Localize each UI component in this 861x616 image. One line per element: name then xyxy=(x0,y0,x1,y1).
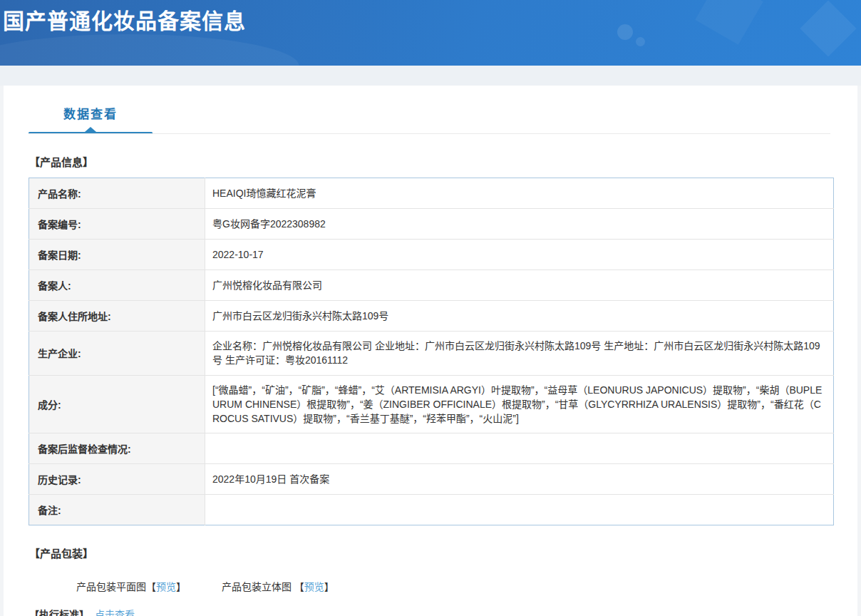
field-label-ingredients: 成分: xyxy=(29,375,205,433)
packaging-flat-label: 产品包装平面图 xyxy=(76,581,146,592)
field-value-registrant-address: 广州市白云区龙归街永兴村陈太路109号 xyxy=(205,301,834,332)
field-value-registrant: 广州悦榕化妆品有限公司 xyxy=(205,270,834,301)
page-title: 国产普通化妆品备案信息 xyxy=(0,0,861,35)
field-value-ingredients: [“微晶蜡”，“矿油”，“矿脂”，“蜂蜡”，“艾（ARTEMISIA ARGYI… xyxy=(205,375,834,433)
table-row-remarks: 备注: xyxy=(29,495,834,525)
field-label-record-number: 备案编号: xyxy=(29,209,205,240)
field-label-supervision: 备案后监督检查情况: xyxy=(29,433,205,464)
field-value-product-name: HEAIQI琦憶藏红花泥膏 xyxy=(205,178,834,209)
tab-data-view[interactable]: 数据查看 xyxy=(29,103,153,134)
table-row-ingredients: 成分: [“微晶蜡”，“矿油”，“矿脂”，“蜂蜡”，“艾（ARTEMISIA A… xyxy=(29,375,834,433)
table-row-history: 历史记录: 2022年10月19日 首次备案 xyxy=(29,464,834,495)
field-label-record-date: 备案日期: xyxy=(29,240,205,270)
bracket-close: 】 xyxy=(324,581,334,592)
packaging-solid-preview-link[interactable]: 预览 xyxy=(304,581,324,592)
standard-row: 【执行标准】点击查看 xyxy=(29,607,857,616)
header-decor-wave xyxy=(0,34,299,66)
field-value-record-number: 粤G妆网备字2022308982 xyxy=(205,209,834,240)
bracket-open: 【 xyxy=(146,581,156,592)
bracket-close: 】 xyxy=(176,581,186,592)
packaging-flat-group: 产品包装平面图【预览】 xyxy=(76,579,186,593)
header-band-divider xyxy=(0,66,861,86)
table-row-record-date: 备案日期: 2022-10-17 xyxy=(29,240,834,270)
content-card: 数据查看 【产品信息】 产品名称: HEAIQI琦憶藏红花泥膏 备案编号: 粤G… xyxy=(4,86,857,616)
table-row-supervision: 备案后监督检查情况: xyxy=(29,433,834,464)
field-value-remarks xyxy=(205,495,834,525)
page-header: 国产普通化妆品备案信息 xyxy=(0,0,861,66)
table-row-record-number: 备案编号: 粤G妆网备字2022308982 xyxy=(29,209,834,240)
product-info-table: 产品名称: HEAIQI琦憶藏红花泥膏 备案编号: 粤G妆网备字20223089… xyxy=(29,178,834,525)
standard-click-view-link[interactable]: 点击查看 xyxy=(95,609,135,616)
tab-baseline-divider xyxy=(29,133,830,134)
bracket-open: 【 xyxy=(294,581,304,592)
field-label-manufacturer: 生产企业: xyxy=(29,332,205,376)
field-label-remarks: 备注: xyxy=(29,495,205,525)
field-label-history: 历史记录: xyxy=(29,464,205,495)
packaging-solid-group: 产品包装立体图 【预览】 xyxy=(222,579,334,593)
table-row-product-name: 产品名称: HEAIQI琦憶藏红花泥膏 xyxy=(29,178,834,209)
header-decor-bubble-icon xyxy=(636,37,645,46)
packaging-links-row: 产品包装平面图【预览】 产品包装立体图 【预览】 xyxy=(76,579,857,593)
field-label-registrant-address: 备案人住所地址: xyxy=(29,301,205,332)
tab-data-view-label: 数据查看 xyxy=(63,103,118,122)
field-value-supervision xyxy=(205,433,834,464)
table-row-manufacturer: 生产企业: 企业名称：广州悦榕化妆品有限公司 企业地址：广州市白云区龙归街永兴村… xyxy=(29,332,834,376)
packaging-flat-preview-link[interactable]: 预览 xyxy=(156,581,176,592)
tab-active-caret-icon xyxy=(85,127,96,132)
table-row-registrant: 备案人: 广州悦榕化妆品有限公司 xyxy=(29,270,834,301)
tab-bar: 数据查看 xyxy=(26,86,830,134)
field-value-record-date: 2022-10-17 xyxy=(205,240,834,270)
field-value-manufacturer: 企业名称：广州悦榕化妆品有限公司 企业地址：广州市白云区龙归街永兴村陈太路109… xyxy=(205,332,834,376)
section-title-product-info: 【产品信息】 xyxy=(29,154,857,169)
section-title-standard: 【执行标准】 xyxy=(29,609,89,616)
table-row-registrant-address: 备案人住所地址: 广州市白云区龙归街永兴村陈太路109号 xyxy=(29,301,834,332)
field-label-product-name: 产品名称: xyxy=(29,178,205,209)
section-title-packaging: 【产品包装】 xyxy=(29,545,857,560)
packaging-solid-label: 产品包装立体图 xyxy=(222,581,292,592)
field-label-registrant: 备案人: xyxy=(29,270,205,301)
field-value-history: 2022年10月19日 首次备案 xyxy=(205,464,834,495)
